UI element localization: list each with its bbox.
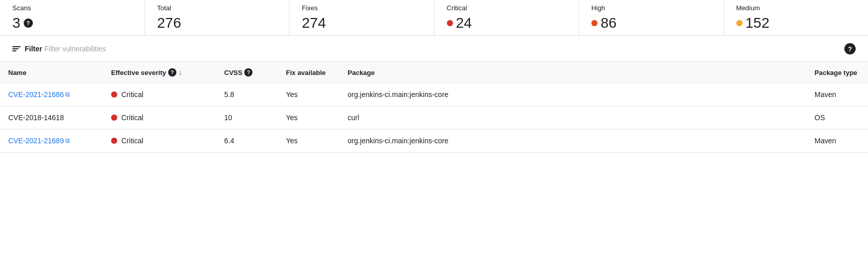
- filter-bar: Filter Filter vulnerabilities ?: [0, 36, 868, 62]
- filter-help-icon[interactable]: ?: [844, 43, 856, 54]
- critical-dot: [111, 91, 117, 98]
- table-row: CVE-2021-21686⧉Critical5.8Yesorg.jenkins…: [0, 83, 868, 106]
- stats-bar: Scans 3 ? Total 276 Fixes 274 Critical 2…: [0, 0, 868, 36]
- filter-label: Filter: [25, 45, 42, 53]
- cell-type: Maven: [806, 129, 868, 153]
- critical-dot: [111, 138, 117, 144]
- critical-label: Critical: [447, 4, 567, 12]
- vulnerabilities-table-section: Name Effective severity ? ↓ CVSS ?: [0, 62, 868, 153]
- critical-number: 24: [456, 15, 472, 31]
- col-header-cvss: CVSS ?: [216, 62, 278, 83]
- severity-help-icon[interactable]: ?: [168, 68, 176, 77]
- high-number: 86: [601, 15, 617, 31]
- medium-label: Medium: [736, 4, 856, 12]
- col-header-severity: Effective severity ? ↓: [103, 62, 216, 83]
- col-header-fix: Fix available: [278, 62, 339, 83]
- cell-cvss: 6.4: [216, 129, 278, 153]
- cell-severity: Critical: [103, 106, 216, 129]
- scans-help-icon[interactable]: ?: [24, 18, 33, 28]
- col-header-name: Name: [0, 62, 103, 83]
- critical-dot: [447, 20, 453, 26]
- table-body: CVE-2021-21686⧉Critical5.8Yesorg.jenkins…: [0, 83, 868, 153]
- col-fix-label: Fix available: [286, 69, 326, 77]
- stat-critical: Critical 24: [435, 0, 580, 35]
- cell-fix: Yes: [278, 106, 339, 129]
- cell-fix: Yes: [278, 83, 339, 106]
- critical-dot: [111, 115, 117, 121]
- cell-severity: Critical: [103, 83, 216, 106]
- cell-name: CVE-2021-21689⧉: [0, 129, 103, 153]
- stat-total: Total 276: [145, 0, 290, 35]
- cell-name: CVE-2021-21686⧉: [0, 83, 103, 106]
- cell-package: org.jenkins-ci.main:jenkins-core: [339, 83, 806, 106]
- medium-value: 152: [736, 15, 856, 31]
- cell-type: OS: [806, 106, 868, 129]
- cve-link[interactable]: CVE-2021-21686⧉: [8, 90, 70, 99]
- cell-name: CVE-2018-14618: [0, 106, 103, 129]
- col-severity-label: Effective severity: [111, 69, 166, 77]
- scans-label: Scans: [12, 4, 132, 12]
- col-header-type: Package type: [806, 62, 868, 83]
- table-row: CVE-2018-14618Critical10YescurlOS: [0, 106, 868, 129]
- col-cvss-label: CVSS: [224, 69, 242, 77]
- external-link-icon: ⧉: [65, 137, 70, 144]
- severity-value: Critical: [121, 137, 143, 145]
- severity-value: Critical: [121, 90, 143, 99]
- col-name-label: Name: [8, 69, 26, 77]
- stat-medium: Medium 152: [724, 0, 869, 35]
- cell-severity: Critical: [103, 129, 216, 153]
- col-type-label: Package type: [815, 69, 857, 77]
- high-value: 86: [591, 15, 711, 31]
- cell-package: org.jenkins-ci.main:jenkins-core: [339, 129, 806, 153]
- external-link-icon: ⧉: [65, 91, 70, 98]
- total-label: Total: [157, 4, 277, 12]
- col-header-package: Package: [339, 62, 806, 83]
- cve-link[interactable]: CVE-2021-21689⧉: [8, 137, 70, 145]
- severity-value: Critical: [121, 113, 143, 122]
- fixes-number: 274: [302, 15, 326, 31]
- table-row: CVE-2021-21689⧉Critical6.4Yesorg.jenkins…: [0, 129, 868, 153]
- scans-value: 3 ?: [12, 15, 132, 31]
- vulnerabilities-table: Name Effective severity ? ↓ CVSS ?: [0, 62, 868, 153]
- critical-value: 24: [447, 15, 567, 31]
- cell-type: Maven: [806, 83, 868, 106]
- cell-cvss: 10: [216, 106, 278, 129]
- filter-lines-icon: [12, 46, 21, 51]
- high-label: High: [591, 4, 711, 12]
- medium-dot: [736, 20, 743, 26]
- high-dot: [591, 20, 598, 26]
- cell-package: curl: [339, 106, 806, 129]
- medium-number: 152: [746, 15, 770, 31]
- total-number: 276: [157, 15, 182, 31]
- cell-fix: Yes: [278, 129, 339, 153]
- stat-high: High 86: [579, 0, 724, 35]
- total-value: 276: [157, 15, 277, 31]
- cell-cvss: 5.8: [216, 83, 278, 106]
- stat-fixes: Fixes 274: [290, 0, 435, 35]
- table-header: Name Effective severity ? ↓ CVSS ?: [0, 62, 868, 83]
- col-package-label: Package: [348, 69, 375, 77]
- severity-sort-icon[interactable]: ↓: [178, 68, 182, 77]
- filter-placeholder[interactable]: Filter vulnerabilities: [44, 45, 106, 53]
- fixes-label: Fixes: [302, 4, 422, 12]
- stat-scans: Scans 3 ?: [0, 0, 145, 35]
- fixes-value: 274: [302, 15, 422, 31]
- cvss-help-icon[interactable]: ?: [244, 68, 252, 77]
- scans-number: 3: [12, 15, 21, 31]
